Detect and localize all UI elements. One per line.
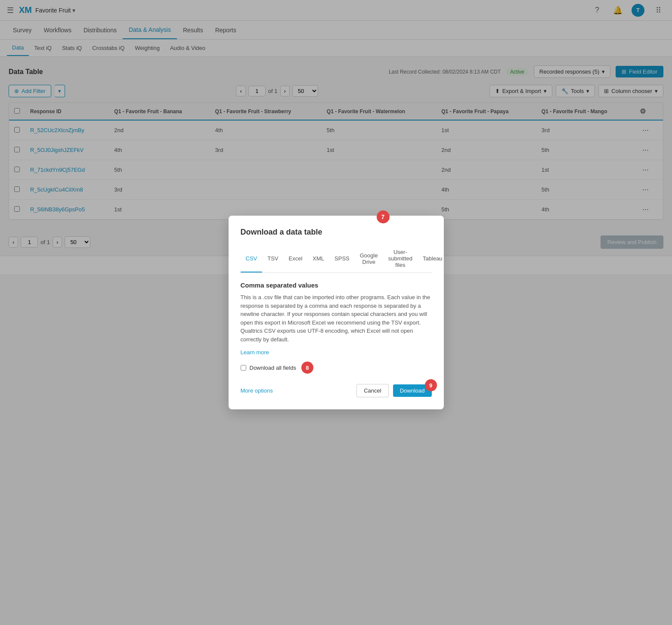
tab-excel[interactable]: Excel: [284, 245, 308, 272]
tab-google-drive[interactable]: Google Drive: [355, 245, 383, 272]
download-modal: 7 Download a data table CSV TSV Excel XM…: [229, 216, 444, 274]
step-7-number: 7: [377, 210, 390, 223]
tab-xml[interactable]: XML: [307, 245, 329, 272]
modal-title: Download a data table: [241, 228, 432, 237]
modal-tabs: CSV TSV Excel XML SPSS Google Drive User…: [241, 245, 432, 273]
step-7-badge: 7: [377, 210, 390, 223]
tab-tableau[interactable]: Tableau: [418, 245, 448, 272]
tab-csv[interactable]: CSV: [241, 245, 263, 272]
tab-user-submitted[interactable]: User-submitted files: [383, 245, 418, 272]
modal-overlay: 7 Download a data table CSV TSV Excel XM…: [0, 0, 672, 274]
tab-spss[interactable]: SPSS: [329, 245, 355, 272]
tab-tsv[interactable]: TSV: [262, 245, 283, 272]
